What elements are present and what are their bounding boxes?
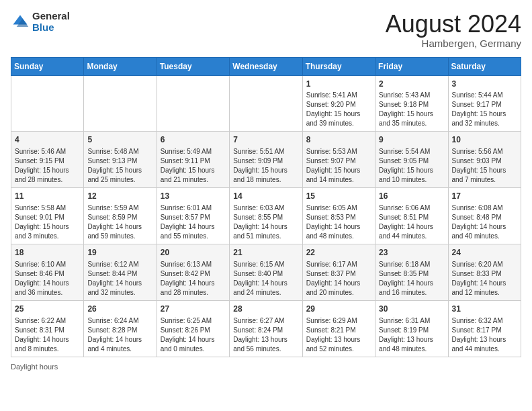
day-info: Sunrise: 6:31 AM Sunset: 8:19 PM Dayligh… — [379, 316, 444, 354]
day-number: 14 — [233, 191, 298, 202]
calendar-cell: 30Sunrise: 6:31 AM Sunset: 8:19 PM Dayli… — [375, 300, 448, 357]
calendar-week-row: 18Sunrise: 6:10 AM Sunset: 8:46 PM Dayli… — [11, 244, 521, 300]
day-number: 4 — [15, 134, 80, 146]
day-info: Sunrise: 6:29 AM Sunset: 8:21 PM Dayligh… — [306, 316, 371, 354]
day-info: Sunrise: 6:06 AM Sunset: 8:51 PM Dayligh… — [379, 203, 444, 241]
calendar-cell — [11, 75, 84, 132]
day-info: Sunrise: 5:43 AM Sunset: 9:18 PM Dayligh… — [379, 91, 444, 128]
day-number: 9 — [379, 134, 444, 146]
day-number: 2 — [379, 79, 444, 90]
calendar-cell: 8Sunrise: 5:53 AM Sunset: 9:07 PM Daylig… — [302, 132, 375, 188]
day-number: 27 — [161, 304, 226, 315]
calendar-week-row: 11Sunrise: 5:58 AM Sunset: 9:01 PM Dayli… — [11, 188, 521, 244]
day-info: Sunrise: 6:15 AM Sunset: 8:40 PM Dayligh… — [233, 260, 298, 298]
calendar-cell — [157, 75, 229, 132]
calendar-cell: 7Sunrise: 5:51 AM Sunset: 9:09 PM Daylig… — [230, 132, 302, 188]
day-info: Sunrise: 5:53 AM Sunset: 9:07 PM Dayligh… — [306, 147, 371, 185]
calendar-cell: 6Sunrise: 5:49 AM Sunset: 9:11 PM Daylig… — [157, 132, 229, 188]
daylight-hours-label: Daylight hours — [11, 363, 58, 371]
logo: General Blue — [11, 11, 70, 33]
weekday-header-row: SundayMondayTuesdayWednesdayThursdayFrid… — [11, 57, 521, 75]
day-info: Sunrise: 5:59 AM Sunset: 8:59 PM Dayligh… — [87, 203, 152, 241]
location-subtitle: Hambergen, Germany — [386, 38, 521, 49]
weekday-header-wednesday: Wednesday — [230, 57, 302, 75]
calendar-cell: 20Sunrise: 6:13 AM Sunset: 8:42 PM Dayli… — [157, 244, 229, 300]
calendar-cell: 3Sunrise: 5:44 AM Sunset: 9:17 PM Daylig… — [448, 75, 521, 132]
calendar-cell: 22Sunrise: 6:17 AM Sunset: 8:37 PM Dayli… — [302, 244, 375, 300]
calendar-cell: 24Sunrise: 6:20 AM Sunset: 8:33 PM Dayli… — [448, 244, 521, 300]
day-info: Sunrise: 5:41 AM Sunset: 9:20 PM Dayligh… — [306, 91, 371, 128]
day-number: 16 — [379, 191, 444, 202]
day-info: Sunrise: 5:56 AM Sunset: 9:03 PM Dayligh… — [452, 147, 517, 185]
day-info: Sunrise: 6:12 AM Sunset: 8:44 PM Dayligh… — [87, 260, 152, 298]
calendar-cell: 15Sunrise: 6:05 AM Sunset: 8:53 PM Dayli… — [302, 188, 375, 244]
calendar-cell: 9Sunrise: 5:54 AM Sunset: 9:05 PM Daylig… — [375, 132, 448, 188]
day-info: Sunrise: 6:01 AM Sunset: 8:57 PM Dayligh… — [161, 203, 226, 241]
calendar-cell: 27Sunrise: 6:25 AM Sunset: 8:26 PM Dayli… — [157, 300, 229, 357]
calendar-cell: 28Sunrise: 6:27 AM Sunset: 8:24 PM Dayli… — [230, 300, 302, 357]
calendar-cell: 25Sunrise: 6:22 AM Sunset: 8:31 PM Dayli… — [11, 300, 84, 357]
day-number: 26 — [87, 304, 152, 315]
day-number: 15 — [306, 191, 371, 202]
calendar-cell: 14Sunrise: 6:03 AM Sunset: 8:55 PM Dayli… — [230, 188, 302, 244]
day-info: Sunrise: 6:13 AM Sunset: 8:42 PM Dayligh… — [161, 260, 226, 298]
day-number: 10 — [452, 134, 517, 146]
day-info: Sunrise: 5:51 AM Sunset: 9:09 PM Dayligh… — [233, 147, 298, 185]
day-info: Sunrise: 5:48 AM Sunset: 9:13 PM Dayligh… — [87, 147, 152, 185]
calendar-cell: 29Sunrise: 6:29 AM Sunset: 8:21 PM Dayli… — [302, 300, 375, 357]
page-header: General Blue August 2024 Hambergen, Germ… — [11, 11, 521, 49]
day-info: Sunrise: 6:20 AM Sunset: 8:33 PM Dayligh… — [452, 260, 517, 298]
calendar-week-row: 4Sunrise: 5:46 AM Sunset: 9:15 PM Daylig… — [11, 132, 521, 188]
day-info: Sunrise: 5:44 AM Sunset: 9:17 PM Dayligh… — [452, 91, 517, 128]
day-number: 22 — [306, 247, 371, 259]
day-number: 19 — [87, 247, 152, 259]
calendar-cell: 1Sunrise: 5:41 AM Sunset: 9:20 PM Daylig… — [302, 75, 375, 132]
day-number: 29 — [306, 304, 371, 315]
day-info: Sunrise: 5:49 AM Sunset: 9:11 PM Dayligh… — [161, 147, 226, 185]
weekday-header-tuesday: Tuesday — [157, 57, 229, 75]
calendar-cell — [230, 75, 302, 132]
calendar-cell: 23Sunrise: 6:18 AM Sunset: 8:35 PM Dayli… — [375, 244, 448, 300]
footer: Daylight hours — [11, 363, 521, 371]
day-number: 28 — [233, 304, 298, 315]
day-info: Sunrise: 6:18 AM Sunset: 8:35 PM Dayligh… — [379, 260, 444, 298]
day-number: 25 — [15, 304, 80, 315]
weekday-header-thursday: Thursday — [302, 57, 375, 75]
calendar-cell: 2Sunrise: 5:43 AM Sunset: 9:18 PM Daylig… — [375, 75, 448, 132]
day-number: 21 — [233, 247, 298, 259]
calendar-cell: 17Sunrise: 6:08 AM Sunset: 8:48 PM Dayli… — [448, 188, 521, 244]
calendar-cell: 21Sunrise: 6:15 AM Sunset: 8:40 PM Dayli… — [230, 244, 302, 300]
day-info: Sunrise: 6:32 AM Sunset: 8:17 PM Dayligh… — [452, 316, 517, 354]
day-info: Sunrise: 6:24 AM Sunset: 8:28 PM Dayligh… — [87, 316, 152, 354]
day-info: Sunrise: 6:22 AM Sunset: 8:31 PM Dayligh… — [15, 316, 80, 354]
day-info: Sunrise: 5:58 AM Sunset: 9:01 PM Dayligh… — [15, 203, 80, 241]
calendar-cell — [84, 75, 157, 132]
calendar-cell: 31Sunrise: 6:32 AM Sunset: 8:17 PM Dayli… — [448, 300, 521, 357]
logo-blue-text: Blue — [32, 22, 70, 34]
day-info: Sunrise: 6:10 AM Sunset: 8:46 PM Dayligh… — [15, 260, 80, 298]
calendar-cell: 16Sunrise: 6:06 AM Sunset: 8:51 PM Dayli… — [375, 188, 448, 244]
day-number: 30 — [379, 304, 444, 315]
day-info: Sunrise: 6:05 AM Sunset: 8:53 PM Dayligh… — [306, 203, 371, 241]
day-number: 3 — [452, 79, 517, 90]
day-number: 12 — [87, 191, 152, 202]
day-info: Sunrise: 6:25 AM Sunset: 8:26 PM Dayligh… — [161, 316, 226, 354]
calendar-cell: 26Sunrise: 6:24 AM Sunset: 8:28 PM Dayli… — [84, 300, 157, 357]
day-number: 13 — [161, 191, 226, 202]
day-number: 18 — [15, 247, 80, 259]
day-number: 23 — [379, 247, 444, 259]
day-number: 24 — [452, 247, 517, 259]
day-number: 17 — [452, 191, 517, 202]
calendar-cell: 4Sunrise: 5:46 AM Sunset: 9:15 PM Daylig… — [11, 132, 84, 188]
day-info: Sunrise: 6:27 AM Sunset: 8:24 PM Dayligh… — [233, 316, 298, 354]
day-info: Sunrise: 6:17 AM Sunset: 8:37 PM Dayligh… — [306, 260, 371, 298]
day-info: Sunrise: 6:08 AM Sunset: 8:48 PM Dayligh… — [452, 203, 517, 241]
month-year-title: August 2024 — [386, 11, 521, 38]
day-number: 6 — [161, 134, 226, 146]
logo-general-text: General — [32, 11, 70, 22]
calendar-table: SundayMondayTuesdayWednesdayThursdayFrid… — [11, 57, 521, 357]
weekday-header-monday: Monday — [84, 57, 157, 75]
day-number: 7 — [233, 134, 298, 146]
calendar-cell: 19Sunrise: 6:12 AM Sunset: 8:44 PM Dayli… — [84, 244, 157, 300]
day-number: 20 — [161, 247, 226, 259]
